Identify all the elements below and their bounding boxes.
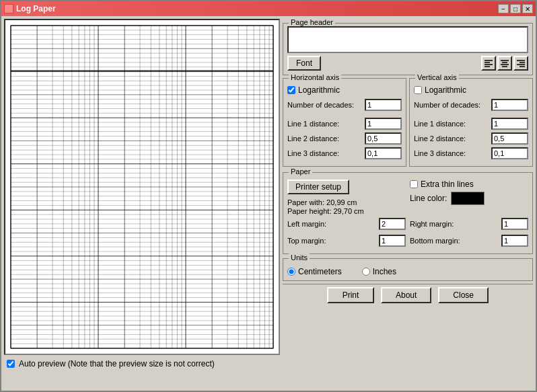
- v-line3-label: Line 3 distance:: [414, 149, 491, 157]
- h-logarithmic-checkbox[interactable]: [287, 86, 295, 94]
- align-right-icon: [516, 58, 526, 68]
- top-margin-label: Top margin:: [287, 237, 379, 245]
- v-line3-input[interactable]: [491, 147, 528, 159]
- page-header-input-area[interactable]: [287, 26, 528, 53]
- top-margin-input[interactable]: [379, 235, 406, 247]
- horizontal-axis-content: Logarithmic Number of decades: Line 1 di…: [287, 81, 402, 159]
- h-decades-label: Number of decades:: [287, 101, 365, 109]
- h-line2-input[interactable]: [365, 132, 402, 145]
- title-bar-left: Log Paper: [4, 4, 56, 13]
- h-line3-input[interactable]: [365, 147, 402, 159]
- v-line2-input[interactable]: [491, 132, 528, 145]
- align-left-button[interactable]: [481, 56, 496, 71]
- h-log-check-row: Logarithmic: [287, 85, 402, 95]
- printer-setup-button[interactable]: Printer setup: [287, 180, 349, 194]
- paper-width-label: Paper with:: [287, 198, 324, 206]
- paper-top-row: Printer setup Paper with: 20,99 cm Paper…: [287, 180, 528, 216]
- paper-height-label: Paper height:: [287, 207, 331, 215]
- h-line1-input[interactable]: [365, 118, 402, 130]
- auto-preview-bar: Auto preview (Note that the preview size…: [4, 358, 280, 370]
- bottom-bar: Print About Close: [283, 284, 533, 306]
- paper-content: Printer setup Paper with: 20,99 cm Paper…: [287, 175, 528, 249]
- v-log-check-row: Logarithmic: [414, 85, 528, 95]
- font-row: Font: [287, 56, 528, 71]
- window-body: Auto preview (Note that the preview size…: [1, 16, 536, 391]
- v-line3-row: Line 3 distance:: [414, 147, 528, 159]
- line-color-label: Line color:: [410, 194, 447, 203]
- units-group: Units Centimeters Inches: [283, 258, 533, 281]
- h-decades-input[interactable]: [365, 99, 402, 111]
- align-right-button[interactable]: [513, 56, 528, 71]
- v-decades-row: Number of decades:: [414, 99, 528, 111]
- vertical-axis-group: Vertical axis Logarithmic Number of deca…: [409, 78, 533, 167]
- v-decades-input[interactable]: [491, 99, 528, 111]
- v-logarithmic-label: Logarithmic: [425, 85, 466, 95]
- horizontal-axis-group: Horizontal axis Logarithmic Number of de…: [283, 78, 406, 167]
- right-margin-row: Right margin:: [410, 218, 528, 230]
- h-logarithmic-label: Logarithmic: [298, 85, 340, 95]
- vertical-axis-content: Logarithmic Number of decades: Line 1 di…: [414, 81, 528, 159]
- h-line3-row: Line 3 distance:: [287, 147, 402, 159]
- margins-row: Left margin: Top margin: Right margin:: [287, 218, 528, 249]
- h-decades-row: Number of decades:: [287, 99, 402, 111]
- vertical-axis-title: Vertical axis: [415, 73, 459, 81]
- paper-group: Paper Printer setup Paper with: 20,99 cm…: [283, 172, 533, 254]
- v-line1-row: Line 1 distance:: [414, 118, 528, 130]
- auto-preview-checkbox[interactable]: [7, 360, 15, 368]
- right-margin-group: Right margin: Bottom margin:: [410, 218, 528, 249]
- right-panel: Page header Font: [283, 19, 533, 388]
- horizontal-axis-title: Horizontal axis: [289, 73, 341, 81]
- align-buttons: [481, 56, 528, 71]
- left-margin-row: Left margin:: [287, 218, 406, 230]
- maximize-button[interactable]: □: [510, 4, 521, 13]
- centimeters-radio-row: Centimeters: [287, 267, 342, 276]
- inches-label: Inches: [373, 267, 396, 276]
- bottom-margin-row: Bottom margin:: [410, 235, 528, 247]
- units-content: Centimeters Inches: [287, 262, 528, 276]
- v-logarithmic-checkbox[interactable]: [414, 86, 422, 94]
- grid-canvas: [5, 20, 279, 354]
- page-header-text-input[interactable]: [289, 28, 527, 52]
- centimeters-radio[interactable]: [287, 268, 295, 276]
- paper-left: Printer setup Paper with: 20,99 cm Paper…: [287, 180, 406, 216]
- h-line2-row: Line 2 distance:: [287, 132, 402, 145]
- left-margin-input[interactable]: [379, 218, 406, 230]
- right-margin-input[interactable]: [501, 218, 528, 230]
- paper-width-info: Paper with: 20,99 cm: [287, 198, 406, 206]
- auto-preview-label: Auto preview (Note that the preview size…: [19, 359, 215, 368]
- paper-height-info: Paper height: 29,70 cm: [287, 207, 406, 215]
- h-line1-row: Line 1 distance:: [287, 118, 402, 130]
- v-line1-label: Line 1 distance:: [414, 120, 491, 128]
- h-line1-label: Line 1 distance:: [287, 120, 365, 128]
- title-bar: Log Paper − □ ✕: [1, 1, 536, 16]
- window-title: Log Paper: [16, 4, 56, 13]
- v-line1-input[interactable]: [491, 118, 528, 130]
- font-button[interactable]: Font: [287, 56, 321, 71]
- page-header-title: Page header: [289, 18, 335, 26]
- left-margin-label: Left margin:: [287, 220, 379, 228]
- print-button[interactable]: Print: [327, 287, 374, 303]
- align-left-icon: [484, 58, 493, 68]
- close-window-button[interactable]: ✕: [522, 4, 533, 13]
- minimize-button[interactable]: −: [498, 4, 509, 13]
- inches-radio[interactable]: [362, 268, 370, 276]
- centimeters-label: Centimeters: [298, 267, 342, 276]
- about-button[interactable]: About: [381, 287, 431, 303]
- v-decades-label: Number of decades:: [414, 101, 491, 109]
- bottom-margin-label: Bottom margin:: [410, 237, 501, 245]
- v-line2-label: Line 2 distance:: [414, 134, 491, 143]
- bottom-margin-input[interactable]: [501, 235, 528, 247]
- line-color-row: Line color:: [410, 192, 485, 205]
- h-line3-label: Line 3 distance:: [287, 149, 365, 157]
- page-header-group: Page header Font: [283, 23, 533, 75]
- line-color-box[interactable]: [451, 192, 485, 205]
- extra-thin-checkbox[interactable]: [410, 180, 418, 188]
- paper-right: Extra thin lines Line color:: [410, 180, 528, 205]
- align-center-button[interactable]: [497, 56, 512, 71]
- extra-thin-label: Extra thin lines: [421, 180, 474, 189]
- app-icon: [4, 4, 13, 13]
- left-margin-group: Left margin: Top margin:: [287, 218, 406, 249]
- paper-width-value: 20,99 cm: [326, 198, 357, 206]
- preview-area: [4, 19, 280, 355]
- close-button[interactable]: Close: [438, 287, 489, 303]
